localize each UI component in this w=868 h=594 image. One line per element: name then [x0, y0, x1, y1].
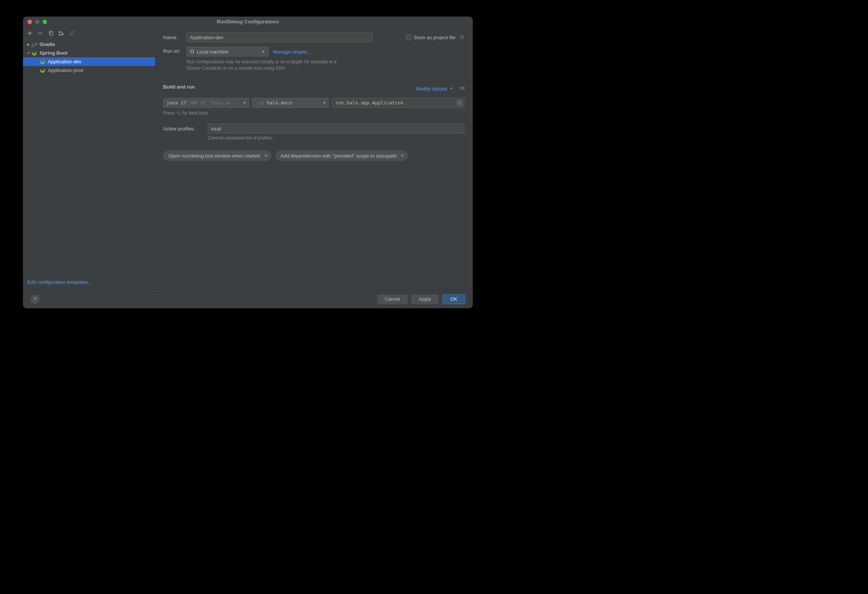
config-form: Name: Store as project file Run on:	[156, 27, 473, 289]
tree-label: Gradle	[40, 41, 55, 47]
tree-label: Application-dev	[48, 59, 81, 64]
profiles-hint: Comma separated list of profiles	[208, 135, 465, 141]
tree-node-application-dev[interactable]: Application-dev	[23, 57, 155, 66]
spring-icon	[40, 67, 46, 73]
run-on-label: Run on:	[163, 48, 186, 54]
tree-node-gradle[interactable]: ▶ Gradle	[23, 40, 155, 49]
active-profiles-label: Active profiles:	[163, 126, 208, 132]
dialog-title: Run/Debug Configurations	[217, 19, 279, 24]
jdk-classpath-row: java 17 SDK of 'halo.m ▼ -cp halo.main ▼	[163, 98, 465, 108]
minimize-window-button[interactable]	[35, 20, 40, 24]
option-chip-provided-scope[interactable]: Add dependencies with "provided" scope t…	[275, 150, 408, 161]
sort-button[interactable]	[69, 30, 75, 36]
home-icon	[190, 49, 194, 55]
config-tree: ▶ Gradle ▼ Spring Boot	[23, 39, 155, 276]
chip-label: Add dependencies with "provided" scope t…	[281, 153, 397, 159]
divider	[163, 78, 465, 79]
help-button[interactable]: ?	[31, 295, 40, 304]
edit-templates-link[interactable]: Edit configuration templates...	[28, 279, 92, 285]
apply-button[interactable]: Apply	[411, 294, 439, 304]
footer-buttons: Cancel Apply OK	[377, 294, 465, 304]
copy-config-button[interactable]	[48, 30, 54, 36]
name-input[interactable]	[186, 32, 373, 42]
spring-icon	[31, 50, 37, 56]
tree-node-spring-boot[interactable]: ▼ Spring Boot	[23, 49, 155, 57]
chevron-down-icon: ▼	[26, 51, 31, 55]
ok-button[interactable]: OK	[442, 294, 465, 304]
save-config-button[interactable]	[58, 30, 64, 36]
option-chip-open-tool-window[interactable]: Open run/debug tool window when started …	[163, 150, 272, 161]
run-target-value: Local machine	[197, 49, 228, 55]
modify-options-shortcut: ⌥M	[459, 86, 465, 91]
build-run-header: Build and run Modify options ▼ ⌥M	[163, 84, 465, 93]
active-profiles-input[interactable]	[208, 124, 465, 133]
main-class-input[interactable]	[332, 98, 465, 108]
main-area: ▶ Gradle ▼ Spring Boot	[23, 27, 473, 289]
sidebar: ▶ Gradle ▼ Spring Boot	[23, 27, 156, 289]
chip-label: Open run/debug tool window when started	[168, 153, 260, 159]
spring-icon	[40, 59, 46, 65]
run-on-hint: Run configurations may be executed local…	[186, 59, 345, 72]
jdk-dropdown[interactable]: java 17 SDK of 'halo.m ▼	[163, 98, 249, 108]
modify-options-link[interactable]: Modify options ▼ ⌥M	[416, 86, 465, 92]
store-as-file-label: Store as project file	[414, 35, 455, 40]
run-on-row: Run on: Local machine ▼ Manage targets..…	[163, 47, 465, 72]
sidebar-toolbar	[23, 27, 155, 39]
traffic-lights	[23, 20, 47, 24]
sidebar-footer: Edit configuration templates...	[23, 276, 155, 289]
chevron-down-icon: ▼	[324, 101, 326, 105]
chevron-right-icon: ▶	[26, 42, 31, 46]
classpath-dropdown[interactable]: -cp halo.main ▼	[252, 98, 329, 108]
tree-label: Application-prod	[48, 67, 83, 73]
titlebar: Run/Debug Configurations	[23, 17, 473, 27]
svg-rect-1	[50, 32, 53, 35]
main-class-wrapper	[332, 98, 465, 108]
options-chip-row: Open run/debug tool window when started …	[163, 150, 465, 161]
field-hints-text: Press ⌥ for field hints	[163, 110, 465, 116]
cancel-button[interactable]: Cancel	[377, 294, 407, 304]
close-icon[interactable]: ✕	[400, 153, 404, 158]
manage-targets-link[interactable]: Manage targets...	[273, 49, 311, 55]
dialog-footer: ? Cancel Apply OK	[23, 289, 473, 308]
store-as-file-checkbox[interactable]	[406, 35, 411, 40]
chevron-down-icon: ▼	[262, 50, 265, 54]
tree-label: Spring Boot	[40, 50, 67, 56]
dialog-window: Run/Debug Configurations	[23, 17, 473, 308]
expand-field-button[interactable]	[457, 100, 462, 106]
modify-options-label: Modify options	[416, 86, 448, 92]
chevron-down-icon: ▼	[244, 101, 246, 105]
remove-config-button[interactable]	[37, 30, 43, 36]
add-config-button[interactable]	[27, 30, 33, 36]
svg-point-2	[461, 36, 463, 38]
build-run-title: Build and run	[163, 84, 195, 90]
gradle-icon	[31, 41, 37, 47]
close-window-button[interactable]	[28, 20, 32, 24]
chevron-down-icon: ▼	[450, 87, 453, 90]
name-row: Name: Store as project file	[163, 32, 465, 42]
close-icon[interactable]: ✕	[264, 153, 268, 158]
maximize-window-button[interactable]	[43, 20, 47, 24]
active-profiles-row: Active profiles:	[163, 124, 465, 133]
gear-icon[interactable]	[459, 34, 465, 41]
store-as-file-row: Store as project file	[406, 34, 465, 41]
run-target-dropdown[interactable]: Local machine ▼	[186, 47, 269, 57]
name-label: Name:	[163, 35, 186, 40]
tree-node-application-prod[interactable]: Application-prod	[23, 66, 155, 75]
